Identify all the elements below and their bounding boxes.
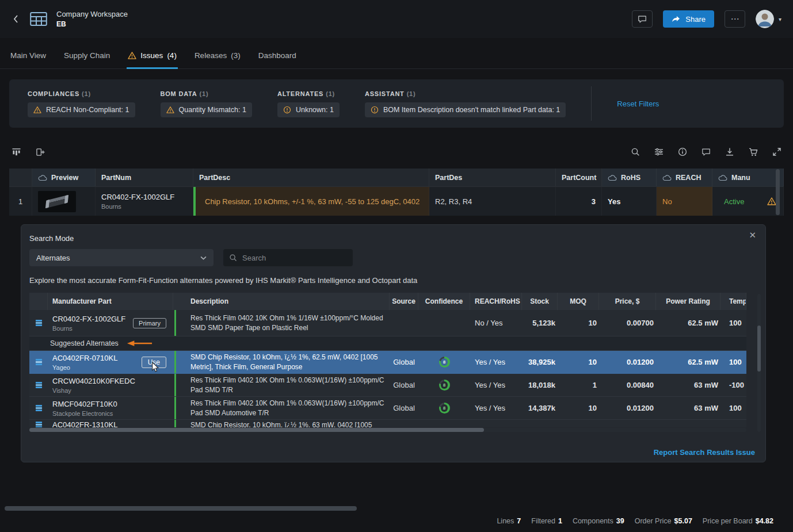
more-options-button[interactable]: ⋯: [725, 10, 745, 28]
part-description: SMD Chip Resistor, 10 kOhm, ï¿½ 1%, 63 m…: [190, 420, 372, 427]
alternate-row[interactable]: RMCF0402FT10K0 Stackpole Electronics Res…: [29, 397, 746, 420]
part-number: RMCF0402FT10K0: [52, 400, 117, 408]
part-preview-image[interactable]: [38, 191, 76, 212]
col-header-confidence[interactable]: Confidence: [418, 293, 470, 310]
tab-releases[interactable]: Releases (3): [193, 51, 242, 69]
col-header-stock[interactable]: Stock: [522, 293, 558, 310]
col-header-partdesc[interactable]: PartDesc: [193, 169, 429, 186]
filter-chip-quantity-mismatch[interactable]: Quantity Mismatch: 1: [161, 102, 252, 117]
search-input[interactable]: [242, 254, 347, 262]
partcount-cell[interactable]: 3: [556, 186, 602, 216]
alternate-row-clipped[interactable]: AC0402FR-1310KL SMD Chip Resistor, 10 kO…: [29, 420, 746, 427]
back-button[interactable]: [8, 10, 23, 28]
expand-icon[interactable]: [770, 145, 784, 159]
column-settings-icon[interactable]: [9, 145, 23, 159]
reach-cell[interactable]: No: [657, 186, 712, 216]
report-search-results-link[interactable]: Report Search Results Issue: [654, 448, 755, 457]
search-mode-select[interactable]: Alternates: [29, 249, 214, 266]
filter-chip-reach-non-compliant[interactable]: REACH Non-Compliant: 1: [28, 102, 135, 117]
col-header-price[interactable]: Price, $: [599, 293, 656, 310]
bom-row[interactable]: 1 CR0402-FX-1002GLF Bourns Chip Resistor…: [9, 186, 784, 216]
filter-chip-unknown[interactable]: Unknown: 1: [277, 102, 340, 117]
add-column-icon[interactable]: [33, 145, 47, 159]
cart-icon[interactable]: [746, 145, 760, 159]
page-vertical-scrollbar[interactable]: [776, 169, 780, 215]
col-header-partdes[interactable]: PartDes: [429, 169, 556, 186]
alternate-row[interactable]: AC0402FR-0710KL Yageo Use SMD Chip Resis…: [29, 351, 746, 374]
status-value: $5.07: [674, 517, 692, 525]
description-cell: Res Thick Film 0402 10K Ohm 1% 0.063W(1/…: [173, 374, 390, 397]
more-icon: ⋯: [730, 14, 739, 24]
status-label: Price per Board: [703, 517, 753, 525]
tab-issues[interactable]: Issues (4): [127, 51, 178, 69]
download-icon[interactable]: [723, 145, 737, 159]
description-cell: Res Thick Film 0402 10K Ohm 1% 0.063W(1/…: [173, 397, 390, 420]
col-header-reach[interactable]: REACH: [657, 169, 712, 186]
partdesc-cell[interactable]: Chip Resistor, 10 kOhms, +/-1 %, 63 mW, …: [193, 186, 429, 216]
info-icon[interactable]: [676, 145, 689, 159]
filter-sliders-icon[interactable]: [652, 145, 666, 159]
col-header-description[interactable]: Description: [173, 293, 390, 310]
page-horizontal-scrollbar[interactable]: [5, 506, 357, 511]
col-header-preview[interactable]: Preview: [32, 169, 96, 186]
cloud-icon: [662, 174, 672, 181]
part-manufacturer: Stackpole Electronics: [52, 410, 117, 417]
status-label: Filtered: [531, 517, 555, 525]
part-icon: [35, 381, 43, 389]
col-header-label: Preview: [51, 174, 78, 182]
col-header-manufacturer-part[interactable]: Manufacturer Part: [48, 293, 173, 310]
avatar[interactable]: [756, 10, 774, 28]
filter-group-bom-data: BOM DATA (1) Quantity Mismatch: 1: [161, 90, 252, 117]
col-header-temp[interactable]: Temp: [720, 293, 746, 310]
alternates-intro-text: Explore the most accurate Form-Fit-Funct…: [29, 276, 757, 285]
search-icon[interactable]: [628, 145, 642, 159]
rohs-cell[interactable]: Yes: [602, 186, 657, 216]
col-header-power-rating[interactable]: Power Rating: [656, 293, 720, 310]
share-button[interactable]: Share: [663, 10, 714, 28]
power-cell: 63 mW: [656, 374, 720, 397]
cloud-icon: [608, 174, 617, 181]
lifecycle-cell[interactable]: Active: [712, 186, 784, 216]
part-number: CR0402-FX-1002GLF: [101, 193, 174, 201]
alternates-vertical-scrollbar[interactable]: [757, 294, 761, 432]
confidence-cell: 8: [418, 351, 470, 374]
col-header-rohs[interactable]: RoHS: [602, 169, 657, 186]
col-header-partcount[interactable]: PartCount: [556, 169, 602, 186]
comments-button[interactable]: [632, 10, 653, 28]
tab-supply-chain[interactable]: Supply Chain: [63, 51, 111, 69]
primary-part-row[interactable]: CR0402-FX-1002GLF Bourns Primary Res Thi…: [29, 310, 746, 336]
status-value: 1: [558, 517, 562, 525]
col-header-source[interactable]: Source: [390, 293, 418, 310]
temp-cell: 100: [720, 351, 746, 374]
confidence-value: 8: [441, 404, 448, 412]
designators-cell[interactable]: R2, R3, R4: [429, 186, 556, 216]
power-cell: 63 mW: [656, 397, 720, 420]
comment-icon[interactable]: [699, 145, 713, 159]
tab-dashboard[interactable]: Dashboard: [257, 51, 298, 69]
filter-group-alternates: ALTERNATES (1) Unknown: 1: [277, 90, 340, 117]
avatar-caret-icon[interactable]: ▾: [779, 16, 781, 22]
col-header-reach-rohs[interactable]: REACH/RoHS: [470, 293, 522, 310]
reset-filters-link[interactable]: Reset Filters: [617, 99, 659, 108]
col-header-manufacturer-lifecycle[interactable]: Manu: [712, 169, 784, 186]
alternate-row[interactable]: CRCW040210K0FKEDC Vishay Res Thick Film …: [29, 374, 746, 397]
col-header-moq[interactable]: MOQ: [558, 293, 599, 310]
part-number: AC0402FR-0710KL: [52, 354, 117, 362]
warning-triangle-icon: [128, 51, 136, 60]
scrollbar-thumb[interactable]: [757, 326, 761, 372]
col-header-rownum[interactable]: [9, 169, 32, 186]
part-number: CR0402-FX-1002GLF: [52, 315, 125, 323]
filter-chip-description-mismatch[interactable]: BOM Item Description doesn't match linke…: [365, 102, 566, 117]
col-header-partnum[interactable]: PartNum: [96, 169, 193, 186]
tab-main-view[interactable]: Main View: [9, 51, 47, 69]
panel-controls: Alternates: [29, 249, 757, 266]
filter-group-assistant: ASSISTANT (1) BOM Item Description doesn…: [365, 90, 566, 117]
part-number: AC0402FR-1310KL: [52, 420, 117, 427]
grid-toolbar: [9, 141, 784, 162]
close-icon[interactable]: ✕: [749, 230, 756, 240]
tab-label: Dashboard: [258, 51, 296, 60]
partnum-cell[interactable]: CR0402-FX-1002GLF Bourns: [96, 186, 193, 216]
scrollbar-thumb[interactable]: [29, 428, 484, 432]
description-cell: Res Thick Film 0402 10K Ohm 1% 1/16W ±10…: [173, 310, 390, 336]
alternates-horizontal-scrollbar[interactable]: [29, 428, 746, 432]
